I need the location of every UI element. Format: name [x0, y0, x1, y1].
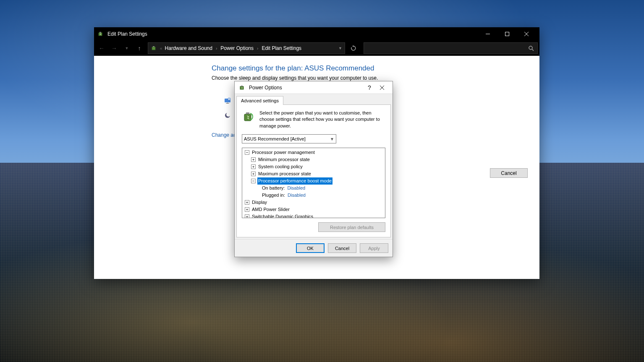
up-button[interactable]: ↑ — [134, 42, 145, 54]
dialog-title: Power Options — [249, 85, 363, 91]
cancel-button[interactable]: Cancel — [328, 243, 356, 253]
plan-subheading: Choose the sleep and display settings th… — [212, 75, 527, 81]
battery-icon — [151, 45, 157, 52]
chevron-right-icon: › — [256, 46, 259, 51]
tree-boost-on-battery[interactable]: On battery Disabled — [243, 185, 384, 192]
battery-icon — [97, 31, 104, 37]
expand-icon[interactable]: + — [251, 157, 256, 162]
expand-icon[interactable]: + — [245, 200, 249, 205]
svg-rect-3 — [505, 32, 509, 36]
maximize-button[interactable] — [497, 27, 517, 41]
svg-rect-0 — [99, 33, 102, 36]
expand-icon[interactable]: + — [245, 207, 249, 212]
back-button[interactable]: ← — [96, 42, 107, 54]
apply-button[interactable]: Apply — [360, 243, 388, 253]
tab-advanced-settings[interactable]: Advanced settings — [236, 96, 283, 105]
svg-rect-11 — [227, 103, 228, 103]
expand-icon[interactable]: + — [251, 164, 256, 169]
svg-rect-23 — [246, 112, 249, 114]
expand-icon[interactable]: + — [245, 214, 249, 218]
tree-system-cooling[interactable]: + System cooling policy — [243, 163, 384, 170]
search-box[interactable] — [364, 42, 538, 54]
tree-scroll[interactable]: − Processor power management + Minimum p… — [242, 148, 385, 218]
tree-amd-power-slider[interactable]: + AMD Power Slider — [243, 206, 384, 213]
breadcrumb-edit-plan[interactable]: Edit Plan Settings — [259, 45, 304, 51]
battery-icon — [239, 84, 246, 91]
restore-defaults-button[interactable]: Restore plan defaults — [318, 222, 385, 232]
ok-button[interactable]: OK — [296, 243, 325, 253]
dropdown-value: ASUS Recommended [Active] — [244, 136, 306, 141]
tree-min-processor-state[interactable]: + Minimum processor state — [243, 156, 384, 163]
tree-switchable-graphics[interactable]: + Switchable Dynamic Graphics — [243, 213, 384, 218]
window-title: Edit Plan Settings — [107, 31, 478, 37]
search-icon[interactable] — [528, 45, 534, 51]
svg-rect-18 — [240, 86, 243, 89]
settings-tree: − Processor power management + Minimum p… — [242, 148, 385, 218]
tree-max-processor-state[interactable]: + Maximum processor state — [243, 170, 384, 177]
tab-row: Advanced settings — [235, 94, 393, 104]
svg-rect-6 — [152, 47, 155, 50]
dialog-titlebar[interactable]: Power Options ? — [235, 81, 393, 94]
refresh-button[interactable] — [348, 42, 359, 54]
svg-rect-1 — [99, 32, 101, 33]
svg-rect-12 — [226, 103, 229, 104]
tab-panel: Select the power plan that you want to c… — [236, 104, 391, 237]
svg-point-8 — [529, 46, 532, 49]
recent-dropdown[interactable]: ▼ — [121, 42, 133, 54]
svg-line-9 — [532, 49, 534, 51]
breadcrumb-hardware[interactable]: Hardware and Sound — [162, 45, 215, 51]
search-input[interactable] — [367, 45, 528, 51]
power-options-dialog: Power Options ? Advanced settings Select… — [234, 81, 393, 257]
svg-point-24 — [251, 115, 252, 115]
svg-rect-7 — [153, 46, 154, 47]
power-plan-dropdown[interactable]: ASUS Recommended [Active] ▼ — [242, 134, 336, 143]
titlebar[interactable]: Edit Plan Settings — [94, 27, 539, 41]
plan-heading: Change settings for the plan: ASUS Recom… — [212, 64, 527, 73]
collapse-icon[interactable]: − — [245, 150, 249, 155]
monitor-icon — [224, 98, 231, 104]
tree-boost-mode[interactable]: − Processor performance boost mode — [243, 177, 384, 185]
dialog-description: Select the power plan that you want to c… — [259, 110, 385, 129]
breadcrumb-path[interactable]: « Hardware and Sound › Power Options › E… — [148, 42, 345, 54]
expand-icon[interactable]: + — [251, 172, 256, 176]
tree-boost-plugged-in[interactable]: Plugged in Disabled — [243, 192, 384, 199]
forward-button[interactable]: → — [108, 42, 120, 54]
moon-icon — [224, 112, 231, 119]
dialog-close-button[interactable] — [376, 81, 388, 94]
close-button[interactable] — [517, 27, 536, 41]
main-cancel-button[interactable]: Cancel — [490, 168, 528, 178]
dialog-footer: OK Cancel Apply — [235, 239, 393, 257]
tree-display[interactable]: + Display — [243, 199, 384, 206]
breadcrumb-power-options[interactable]: Power Options — [218, 45, 256, 51]
battery-large-icon — [242, 110, 255, 123]
address-bar: ← → ▼ ↑ « Hardware and Sound › Power Opt… — [94, 41, 539, 56]
minimize-button[interactable] — [478, 27, 497, 41]
address-dropdown-icon[interactable]: ▼ — [338, 46, 342, 50]
chevron-down-icon: ▼ — [330, 137, 334, 141]
tree-processor-power-mgmt[interactable]: − Processor power management — [243, 149, 384, 156]
collapse-icon[interactable]: − — [251, 179, 256, 183]
svg-rect-19 — [241, 86, 243, 86]
chevron-right-icon: › — [215, 46, 218, 51]
svg-rect-22 — [244, 114, 251, 121]
dialog-help-button[interactable]: ? — [363, 81, 376, 94]
svg-point-17 — [226, 112, 230, 117]
